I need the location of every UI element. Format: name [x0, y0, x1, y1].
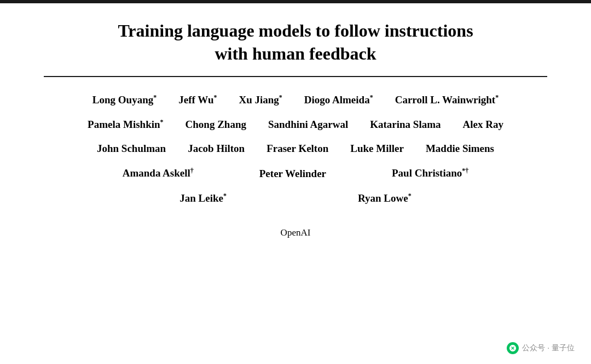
author-amanda-askell: Amanda Askell†	[123, 167, 194, 179]
author-john-schulman: John Schulman	[97, 143, 166, 155]
authors-row-2: Pamela Mishkin* Chong Zhang Sandhini Aga…	[33, 118, 558, 131]
author-xu-jiang: Xu Jiang*	[239, 93, 282, 106]
title-section: Training language models to follow instr…	[0, 3, 591, 76]
authors-row-5: Jan Leike* Ryan Lowe*	[33, 192, 558, 204]
author-jan-leike: Jan Leike*	[179, 192, 227, 204]
author-carroll-wainwright: Carroll L. Wainwright*	[395, 93, 499, 106]
author-peter-welinder: Peter Welinder	[259, 168, 326, 180]
author-chong-zhang: Chong Zhang	[186, 119, 246, 131]
author-alex-ray: Alex Ray	[463, 119, 503, 131]
author-jeff-wu: Jeff Wu*	[178, 93, 217, 106]
author-sandhini-agarwal: Sandhini Agarwal	[268, 119, 348, 131]
author-fraser-kelton: Fraser Kelton	[266, 143, 328, 155]
author-luke-miller: Luke Miller	[350, 143, 404, 155]
affiliation-row: OpenAI	[0, 227, 591, 238]
authors-row-4: Amanda Askell† Peter Welinder Paul Chris…	[33, 167, 558, 179]
author-maddie-simens: Maddie Simens	[426, 143, 494, 155]
author-paul-christiano: Paul Christiano*†	[392, 167, 468, 179]
authors-row-3: John Schulman Jacob Hilton Fraser Kelton…	[33, 143, 558, 155]
author-katarina-slama: Katarina Slama	[370, 119, 441, 131]
author-ryan-lowe: Ryan Lowe*	[358, 192, 412, 204]
author-pamela-mishkin: Pamela Mishkin*	[88, 118, 163, 131]
paper-title: Training language models to follow instr…	[33, 20, 558, 65]
authors-section: Long Ouyang* Jeff Wu* Xu Jiang* Diogo Al…	[0, 77, 591, 222]
author-jacob-hilton: Jacob Hilton	[188, 143, 245, 155]
watermark-icon	[507, 342, 519, 354]
watermark: 公众号 · 量子位	[507, 342, 575, 354]
authors-row-1: Long Ouyang* Jeff Wu* Xu Jiang* Diogo Al…	[33, 93, 558, 106]
author-diogo-almeida: Diogo Almeida*	[304, 93, 373, 106]
affiliation-openai: OpenAI	[281, 227, 311, 238]
watermark-text: 公众号 · 量子位	[522, 343, 575, 353]
author-long-ouyang: Long Ouyang*	[92, 93, 157, 106]
